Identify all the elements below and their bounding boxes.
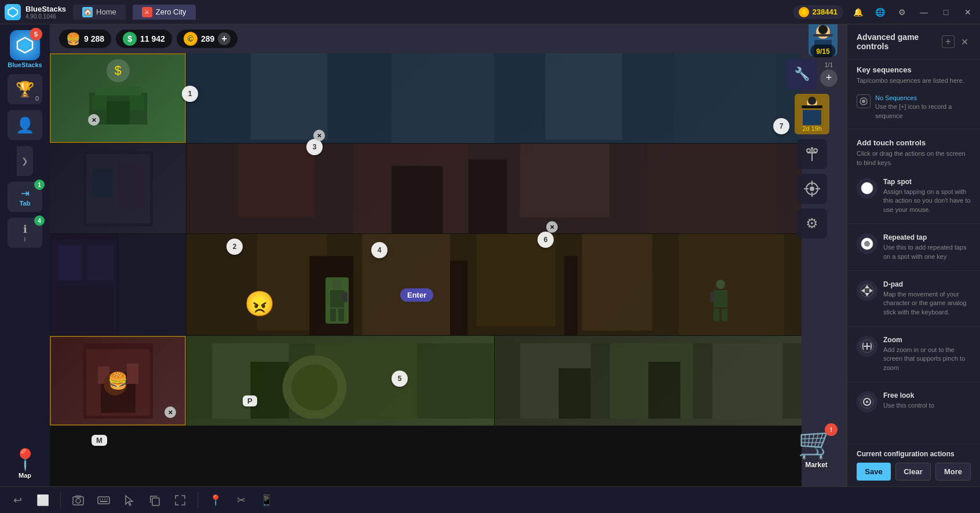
save-button[interactable]: Save (857, 463, 891, 481)
zoom-desc: Add zoom in or out to the screen that su… (883, 346, 971, 372)
svg-point-113 (76, 499, 81, 503)
game-tab[interactable]: ⚔ Zero City (133, 5, 196, 20)
gear-btn[interactable]: ⚙ (797, 208, 827, 239)
free-look-text: Free look Use this control to (883, 391, 971, 410)
fighter-avatar-btn[interactable]: 2d 19h (795, 94, 829, 134)
key-m-overlay[interactable]: M (92, 435, 107, 446)
grid-cell-side3[interactable] (50, 234, 186, 335)
sidebar-logo-text: BlueStacks (8, 61, 42, 68)
svg-point-15 (807, 149, 810, 152)
svg-rect-53 (56, 286, 114, 329)
game-area: 🍔 9 288 $ 11 942 © 289 + (50, 24, 847, 486)
badge-3[interactable]: 3 (306, 139, 323, 155)
svg-rect-74 (722, 309, 727, 321)
close-badge-store[interactable]: ✕ (88, 114, 100, 126)
more-button[interactable]: More (935, 463, 971, 481)
repeated-tap-text: Repeated tap Use this to add repeated ta… (883, 233, 971, 261)
grid-cell-corridor1[interactable] (187, 53, 802, 143)
badge-5[interactable]: 5 (392, 371, 408, 387)
add-coins-btn[interactable]: + (218, 32, 231, 45)
crosshair-btn[interactable] (797, 174, 827, 204)
soldier2 (709, 277, 732, 324)
player-avatar[interactable]: 9/15 (809, 24, 838, 56)
key-sequences-desc: Tap/combo sequences are listed here. (847, 76, 980, 90)
cursor-btn[interactable] (119, 490, 140, 511)
repeated-tap-name: Repeated tap (883, 233, 971, 241)
keyboard-btn[interactable] (93, 490, 114, 511)
build-btn[interactable]: 🔧 (787, 59, 817, 89)
fullscreen-btn[interactable] (170, 490, 191, 511)
home-tab[interactable]: 🏠 Home (73, 5, 126, 20)
copy-btn[interactable] (144, 490, 165, 511)
close-badge-left[interactable]: ✕ (164, 406, 176, 418)
hud-food: 🍔 9 288 (59, 30, 111, 48)
grid-cell-room2right[interactable] (187, 144, 802, 233)
antenna-btn[interactable] (797, 139, 827, 169)
grid-cell-room4right[interactable] (495, 336, 802, 426)
app-name: BlueStacks (25, 5, 66, 13)
grid-cell-store[interactable]: $ (50, 53, 186, 143)
close-window-btn[interactable]: ✕ (960, 5, 975, 20)
controls-close-btn[interactable]: ✕ (958, 35, 971, 48)
free-look-icon (857, 391, 877, 412)
free-look-item[interactable]: Free look Use this control to (847, 386, 980, 418)
minimize-btn[interactable]: — (916, 5, 931, 20)
svg-rect-93 (558, 368, 590, 418)
badge-2[interactable]: 2 (226, 239, 243, 255)
no-sequences-link[interactable]: No Sequences (875, 94, 971, 101)
map-item[interactable]: 📍 Map (8, 446, 42, 481)
collapse-sidebar-btn[interactable]: ❯ (17, 146, 33, 176)
grid-cell-main-room[interactable]: 😠 (187, 234, 802, 335)
cut-btn[interactable]: ✂ (231, 490, 251, 511)
i-key-btn[interactable]: 4 ℹ i (8, 218, 42, 248)
key-p-overlay[interactable]: P (243, 395, 257, 406)
globe-btn[interactable]: 🌐 (872, 5, 887, 20)
back-btn[interactable]: ↩ (7, 490, 28, 511)
clear-button[interactable]: Clear (895, 463, 931, 481)
sidebar-trophy[interactable]: 🏆 0 (8, 74, 42, 104)
bluestacks-logo (5, 4, 21, 20)
home-btn[interactable]: ⬜ (32, 490, 53, 511)
close-badge-3[interactable]: ✕ (313, 130, 325, 141)
controls-add-btn[interactable]: + (942, 35, 955, 48)
add-build-btn[interactable]: + (820, 69, 838, 87)
market-text: Market (805, 461, 828, 469)
location-btn[interactable]: 📍 (205, 490, 226, 511)
dpad-item[interactable]: D-pad Map the movement of your character… (847, 274, 980, 323)
badge-1[interactable]: 1 (182, 86, 198, 102)
phone-btn[interactable]: 📱 (256, 490, 277, 511)
notification-btn[interactable]: 🔔 (850, 5, 865, 20)
add-touch-desc: Click or drag the actions on the screen … (847, 149, 980, 172)
burger-icon: 🍔 (108, 371, 128, 390)
dpad-text: D-pad Map the movement of your character… (883, 280, 971, 317)
market-item[interactable]: 🛒 ! Market (798, 426, 835, 469)
maximize-btn[interactable]: □ (938, 5, 953, 20)
repeated-tap-item[interactable]: Repeated tap Use this to add repeated ta… (847, 228, 980, 267)
app-version: 4.90.0.1046 (25, 13, 66, 20)
grid-cell-room2left[interactable] (50, 144, 186, 233)
grid-cell-room4mid[interactable] (187, 336, 494, 426)
close-badge-6[interactable]: ✕ (546, 221, 558, 233)
screenshot-btn[interactable] (68, 490, 89, 511)
tab-key-btn[interactable]: 1 ⇥ Tab (8, 182, 42, 212)
svg-rect-43 (238, 144, 315, 217)
dpad-icon (857, 280, 877, 301)
svg-point-111 (866, 401, 868, 403)
settings-btn[interactable]: ⚙ (894, 5, 909, 20)
sidebar-avatar[interactable]: 👤 (8, 110, 42, 140)
badge-4[interactable]: 4 (371, 242, 387, 258)
svg-point-87 (291, 364, 338, 411)
repeated-tap-icon (857, 233, 877, 254)
tap-spot-item[interactable]: Tap spot Assign tapping on a spot with t… (847, 172, 980, 220)
svg-rect-35 (674, 53, 776, 143)
badge-6[interactable]: 6 (537, 232, 554, 248)
svg-rect-39 (118, 163, 144, 209)
zoom-item[interactable]: Zoom Add zoom in or out to the screen th… (847, 330, 980, 378)
soldier1 (326, 277, 349, 324)
svg-rect-94 (648, 361, 680, 418)
tab-key-label: Tab (20, 200, 31, 207)
bottom-toolbar: ↩ ⬜ (0, 486, 980, 513)
tap-spot-text: Tap spot Assign tapping on a spot with t… (883, 178, 971, 214)
game-grid: $ (50, 53, 802, 486)
enter-badge[interactable]: Enter (400, 288, 433, 302)
